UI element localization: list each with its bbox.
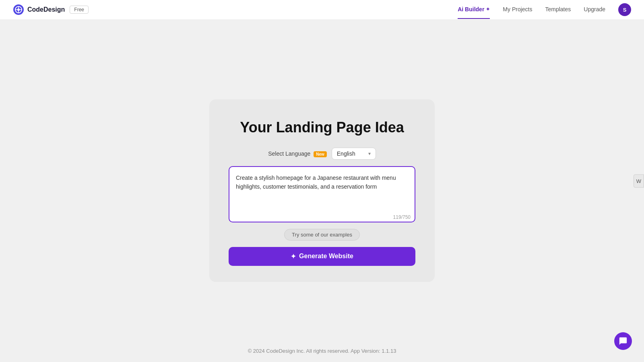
ai-plus-icon: ✦ [486,6,490,12]
card-title: Your Landing Page Idea [229,119,415,136]
new-badge: New [314,151,327,157]
logo-icon [13,4,24,15]
side-widget-label: W [636,178,641,184]
examples-button[interactable]: Try some of our examples [284,229,360,241]
textarea-container: Create a stylish homepage for a Japanese… [229,166,415,224]
nav-my-projects[interactable]: My Projects [503,6,532,13]
language-select[interactable]: English ▾ [332,148,376,160]
language-value: English [337,150,355,157]
logo[interactable]: CodeDesign [13,4,65,15]
chat-icon [619,337,627,346]
avatar[interactable]: S [618,3,631,16]
language-row: Select Language New English ▾ [229,148,415,160]
main-card: Your Landing Page Idea Select Language N… [209,99,435,282]
logo-text: CodeDesign [27,6,65,13]
header-left: CodeDesign Free [13,4,89,15]
side-widget[interactable]: W [634,175,644,188]
chevron-down-icon: ▾ [368,151,371,156]
nav-ai-builder[interactable]: Ai Builder ✦ [458,6,490,19]
chat-widget[interactable] [614,332,632,350]
nav-templates[interactable]: Templates [545,6,571,13]
idea-textarea[interactable]: Create a stylish homepage for a Japanese… [229,166,415,222]
header-nav: Ai Builder ✦ My Projects Templates Upgra… [458,3,631,16]
examples-btn-container: Try some of our examples [229,229,415,241]
language-label: Select Language New [268,150,327,157]
generate-button-label: Generate Website [299,253,353,260]
nav-upgrade[interactable]: Upgrade [584,6,605,13]
main-content: Your Landing Page Idea Select Language N… [0,19,644,362]
char-count: 119/750 [393,214,411,220]
footer: © 2024 CodeDesign Inc. All rights reserv… [0,348,644,354]
header: CodeDesign Free Ai Builder ✦ My Projects… [0,0,644,19]
footer-text: © 2024 CodeDesign Inc. All rights reserv… [248,348,396,354]
sparkle-icon: ✦ [291,253,296,260]
free-badge: Free [70,6,89,14]
generate-button[interactable]: ✦ Generate Website [229,247,415,266]
